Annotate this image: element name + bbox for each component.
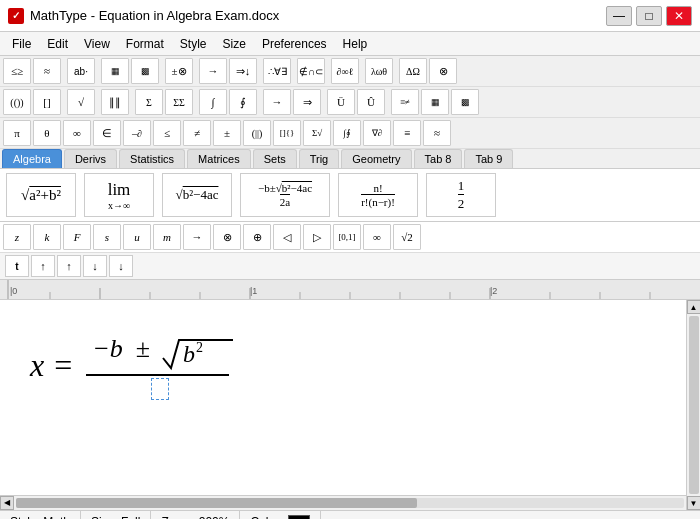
tb-calc1[interactable]: ∂∞ℓ (331, 58, 359, 84)
formula-combination[interactable]: n! r!(n−r)! (338, 173, 418, 217)
color-swatch[interactable] (288, 515, 310, 520)
tb-bars1[interactable]: (||) (243, 120, 271, 146)
tb-grid2[interactable]: ▦ (421, 89, 449, 115)
scroll-up-button[interactable]: ▲ (687, 300, 701, 314)
tb-leq[interactable]: ≤≥ (3, 58, 31, 84)
sym-interval[interactable]: [0,1] (333, 224, 361, 250)
tb-matrix2[interactable]: ▩ (131, 58, 159, 84)
svg-text:2: 2 (196, 340, 203, 355)
menu-style[interactable]: Style (172, 34, 215, 54)
sym-k[interactable]: k (33, 224, 61, 250)
tab-8[interactable]: Tab 8 (414, 149, 463, 168)
sym-sqrt2[interactable]: √2 (393, 224, 421, 250)
close-button[interactable]: ✕ (666, 6, 692, 26)
align-up2[interactable]: ↓ (83, 255, 107, 277)
align-t[interactable]: t (5, 255, 29, 277)
sym-oplus[interactable]: ⊕ (243, 224, 271, 250)
tb-arrow1[interactable]: → (199, 58, 227, 84)
menu-file[interactable]: File (4, 34, 39, 54)
formula-sqrt-sum[interactable]: √a²+b² (6, 173, 76, 217)
menu-size[interactable]: Size (215, 34, 254, 54)
tb-accent2[interactable]: Û (357, 89, 385, 115)
tb-int2[interactable]: ∮ (229, 89, 257, 115)
menu-view[interactable]: View (76, 34, 118, 54)
tab-matrices[interactable]: Matrices (187, 149, 251, 168)
align-up1[interactable]: ↑ (31, 255, 55, 277)
tab-statistics[interactable]: Statistics (119, 149, 185, 168)
tab-geometry[interactable]: Geometry (341, 149, 411, 168)
tb-grid3[interactable]: ▩ (451, 89, 479, 115)
tb-logic1[interactable]: ∴∀∃ (263, 58, 291, 84)
sym-z[interactable]: z (3, 224, 31, 250)
sym-tri-right[interactable]: ▷ (303, 224, 331, 250)
tb-dash-partial[interactable]: –∂ (123, 120, 151, 146)
menu-preferences[interactable]: Preferences (254, 34, 335, 54)
tb-paren1[interactable]: (()) (3, 89, 31, 115)
maximize-button[interactable]: □ (636, 6, 662, 26)
tb-sqrt[interactable]: √ (67, 89, 95, 115)
tb-arrow3[interactable]: → (263, 89, 291, 115)
tb-greek1[interactable]: λωθ (365, 58, 393, 84)
tb-arrow2[interactable]: ⇒↓ (229, 58, 257, 84)
tab-sets[interactable]: Sets (253, 149, 297, 168)
status-zoom: Zoom: 200% (151, 511, 240, 519)
tb-int-oint[interactable]: ∫∮ (333, 120, 361, 146)
tb-brackets2[interactable]: []{} (273, 120, 301, 146)
tb-accent1[interactable]: Ü (327, 89, 355, 115)
tb-elem[interactable]: ∈ (93, 120, 121, 146)
tab-derivs[interactable]: Derivs (64, 149, 117, 168)
scroll-thumb[interactable] (689, 316, 699, 494)
tb-approx2[interactable]: ≈ (423, 120, 451, 146)
tb-equiv[interactable]: ≡ (393, 120, 421, 146)
tb-sum-sqrt[interactable]: Σ√ (303, 120, 331, 146)
tb-pi[interactable]: π (3, 120, 31, 146)
sym-F[interactable]: F (63, 224, 91, 250)
tb-set1[interactable]: ∉∩⊂ (297, 58, 325, 84)
sym-tri-left[interactable]: ◁ (273, 224, 301, 250)
tb-pm[interactable]: ± (213, 120, 241, 146)
tb-approx[interactable]: ≈ (33, 58, 61, 84)
tb-circled[interactable]: ⊗ (429, 58, 457, 84)
tb-nabla[interactable]: ∇∂ (363, 120, 391, 146)
tb-bracket1[interactable]: [] (33, 89, 61, 115)
scroll-down-button[interactable]: ▼ (687, 496, 701, 510)
tb-grid1[interactable]: ≡≠ (391, 89, 419, 115)
editor-area[interactable]: x = −b ± b 2 (0, 300, 700, 495)
tab-9[interactable]: Tab 9 (464, 149, 513, 168)
tb-neq[interactable]: ≠ (183, 120, 211, 146)
tb-ab[interactable]: ab· (67, 58, 95, 84)
minimize-button[interactable]: — (606, 6, 632, 26)
tb-arrow4[interactable]: ⇒ (293, 89, 321, 115)
tb-theta[interactable]: θ (33, 120, 61, 146)
formula-half[interactable]: 1 2 (426, 173, 496, 217)
sym-s[interactable]: s (93, 224, 121, 250)
formula-discriminant[interactable]: √b²−4ac (162, 173, 232, 217)
tab-trig[interactable]: Trig (299, 149, 340, 168)
menu-format[interactable]: Format (118, 34, 172, 54)
menu-help[interactable]: Help (335, 34, 376, 54)
alignment-toolbar: t ↑ ↑ ↓ ↓ (0, 253, 700, 280)
sym-infty2[interactable]: ∞ (363, 224, 391, 250)
tb-infty[interactable]: ∞ (63, 120, 91, 146)
sym-m[interactable]: m (153, 224, 181, 250)
tb-sum1[interactable]: Σ (135, 89, 163, 115)
formula-quadratic[interactable]: −b±√b²−4ac 2a (240, 173, 330, 217)
scrollbar-vertical[interactable]: ▲ ▼ (686, 300, 700, 510)
sym-u[interactable]: u (123, 224, 151, 250)
align-down1[interactable]: ↑ (57, 255, 81, 277)
tb-sum2[interactable]: ΣΣ (165, 89, 193, 115)
sym-arrow[interactable]: → (183, 224, 211, 250)
menu-edit[interactable]: Edit (39, 34, 76, 54)
tb-greek2[interactable]: ΔΩ (399, 58, 427, 84)
tab-algebra[interactable]: Algebra (2, 149, 62, 168)
tb-matrix1[interactable]: ▦ (101, 58, 129, 84)
align-down2[interactable]: ↓ (109, 255, 133, 277)
tb-norm1[interactable]: ∥∥ (101, 89, 129, 115)
tb-plusminus[interactable]: ±⊗ (165, 58, 193, 84)
tb-int1[interactable]: ∫ (199, 89, 227, 115)
scrollbar-horizontal[interactable]: ◀ ▶ (0, 495, 700, 509)
sym-otimes[interactable]: ⊗ (213, 224, 241, 250)
scroll-left-button[interactable]: ◀ (0, 496, 14, 510)
formula-limit[interactable]: lim x→∞ (84, 173, 154, 217)
tb-leq2[interactable]: ≤ (153, 120, 181, 146)
